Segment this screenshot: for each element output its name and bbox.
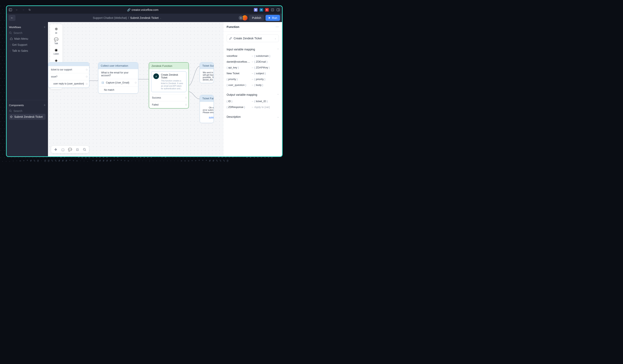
forward-icon[interactable]: → — [22, 8, 25, 12]
collaborators[interactable]: + — [239, 15, 247, 21]
sidebar-toggle-icon[interactable] — [9, 8, 12, 12]
node-step[interactable]: 【】 Capture {User_Email} — [98, 79, 138, 86]
extension-icon-2[interactable]: H — [260, 8, 263, 12]
input-mapping-header[interactable]: Input variable mapping ⌃ — [227, 46, 279, 53]
panel-title: Function — [227, 25, 239, 28]
tabs-icon[interactable] — [276, 8, 280, 12]
sidebar-item-submit-zendesk[interactable]: Submit Zendesk Ticket — [9, 114, 45, 120]
port-icon[interactable] — [86, 76, 88, 77]
search-icon[interactable] — [83, 148, 87, 151]
arrow-icon: → — [250, 72, 254, 75]
app-header: ← Support Chatbot (Webchat) / Submit Zen… — [7, 14, 282, 22]
node-step-success[interactable]: Success — [149, 94, 188, 101]
reload-icon[interactable]: ↻ — [28, 8, 31, 12]
chevron-down-icon[interactable]: ⌄ — [160, 17, 161, 19]
input-mapping-row[interactable]: daniel@voiceflow.com → { ZDEmail } — [227, 59, 279, 64]
browser-toolbar: ← → ↻ 🔗 creator.voiceflow.com ✺ H K — [7, 6, 282, 14]
email-link[interactable]: support@C — [209, 116, 214, 118]
share-icon[interactable] — [271, 8, 274, 12]
node-step[interactable]: What is the email for your account? — [98, 69, 138, 79]
sidebar-item-talk-sales[interactable]: › Talk to Sales — [9, 48, 45, 54]
comment-icon[interactable]: 💬 — [68, 148, 72, 151]
port-icon[interactable] — [185, 104, 187, 106]
url-text: creator.voiceflow.com — [132, 8, 158, 11]
chevron-up-icon: ⌃ — [277, 48, 279, 51]
image-icon[interactable]: ⊡ — [75, 148, 79, 151]
user-avatar[interactable] — [242, 15, 247, 21]
listen-icon: ◉ — [55, 48, 58, 52]
sidebar-item-get-support[interactable]: › Get Support — [9, 42, 45, 48]
add-workflow-icon[interactable]: + — [44, 25, 45, 29]
mapping-value: { ticket_ID } — [254, 100, 279, 103]
tool-listen[interactable]: ◉Listen — [51, 46, 62, 56]
component-search[interactable]: Search — [9, 108, 45, 114]
sidebar: Workflows + Search Main Menu › Get Suppo… — [7, 22, 48, 156]
canvas-node-prompt[interactable]: ticket to our support ssue? user reply t… — [48, 62, 89, 88]
more-icon[interactable]: ⋯ — [276, 25, 279, 29]
move-icon[interactable]: ✥ — [54, 148, 58, 151]
note-icon[interactable]: ▢ — [61, 148, 65, 151]
node-title: Ticket Succe — [200, 63, 214, 69]
breadcrumb-parent[interactable]: Support Chatbot (Webchat) — [93, 16, 127, 20]
tool-ai[interactable]: ❊AI — [51, 26, 62, 35]
add-component-icon[interactable]: + — [44, 103, 45, 107]
port-icon[interactable] — [185, 97, 187, 99]
run-button[interactable]: Run — [266, 15, 280, 21]
right-panel: Function ⋯ Create Zendesk Ticket ⌄ Input… — [223, 22, 282, 156]
add-collaborator-icon[interactable]: + — [239, 16, 243, 20]
function-card[interactable]: z Create Zendesk Ticket This function cr… — [151, 71, 186, 92]
svg-rect-0 — [9, 9, 12, 11]
port-icon[interactable] — [86, 69, 88, 70]
canvas-node-success-msg[interactable]: Ticket Succe We sent in will get bac pos… — [200, 62, 214, 83]
mapping-key: { ZDResponse } — [227, 106, 250, 108]
mapping-key: { user_question } — [227, 84, 250, 86]
sidebar-item-main-menu[interactable]: Main Menu — [9, 36, 45, 42]
input-mapping-row[interactable]: { user_question } → { body } — [227, 82, 279, 88]
chevron-down-icon: ⌄ — [275, 37, 276, 40]
canvas-node-collect-info[interactable]: Collect user information What is the ema… — [98, 62, 138, 93]
arrow-icon: → — [250, 78, 254, 81]
mapping-key: voiceflow — [227, 54, 250, 57]
output-mapping-row[interactable]: { ID } →{ ticket_ID } — [227, 98, 279, 104]
input-mapping-row[interactable]: { api_key } → { ZDAPIKey } — [227, 64, 279, 70]
output-mapping-header[interactable]: Output variable mapping ⌃ — [227, 91, 279, 98]
workflow-search[interactable]: Search — [9, 30, 45, 36]
chevron-up-icon: ⌃ — [277, 94, 279, 96]
extension-icon-3[interactable]: K — [265, 8, 269, 12]
back-button[interactable]: ← — [9, 15, 16, 21]
arrow-icon: → — [250, 84, 254, 86]
node-step[interactable]: user reply to {user_question} — [48, 80, 89, 87]
node-body: Oh no! It lo error submi Please ema supp… — [200, 102, 214, 123]
svg-point-10 — [83, 148, 85, 150]
publish-button[interactable]: Publish — [249, 15, 264, 21]
node-step-failed[interactable]: Failed — [149, 101, 188, 108]
canvas-node-zendesk[interactable]: Zendesk Function z Create Zendesk Ticket… — [149, 62, 189, 108]
back-icon[interactable]: ← — [15, 8, 19, 12]
browser-window: ← → ↻ 🔗 creator.voiceflow.com ✺ H K ← Su… — [6, 5, 283, 157]
input-mapping-row[interactable]: New Ticket → { subject } — [227, 70, 279, 76]
input-mapping-row[interactable]: voiceflow → { subdomain } — [227, 53, 279, 59]
output-mapping-row[interactable]: { ZDResponse } →Apply to {var} — [227, 104, 279, 110]
mapping-value: { ZDAPIKey } — [254, 66, 279, 69]
function-selector[interactable]: Create Zendesk Ticket ⌄ — [227, 35, 279, 42]
canvas-node-failure-msg[interactable]: Ticket Failur Oh no! It lo error submi P… — [200, 95, 214, 123]
mapping-placeholder: Apply to {var} — [254, 106, 279, 108]
arrow-icon: → — [250, 60, 254, 63]
svg-point-8 — [9, 110, 11, 112]
tool-talk[interactable]: 💬Talk — [51, 36, 62, 46]
node-step[interactable]: ticket to our support — [48, 66, 89, 73]
canvas[interactable]: ❊AI 💬Talk ◉Listen ◈Logic ⟨⟩Dev 📖Library … — [48, 22, 223, 156]
chevron-right-icon: › — [10, 50, 10, 52]
node-step[interactable]: No match — [98, 86, 138, 93]
mapping-key: { ID } — [227, 100, 250, 103]
extension-icon-1[interactable]: ✺ — [254, 8, 258, 12]
breadcrumb-current[interactable]: Submit Zendesk Ticket — [130, 16, 158, 20]
port-icon[interactable] — [86, 83, 88, 85]
breadcrumb-separator: / — [128, 16, 129, 20]
edit-icon — [229, 37, 232, 40]
port-icon[interactable] — [135, 82, 136, 84]
input-mapping-row[interactable]: { priority } → { priority } — [227, 76, 279, 82]
url-bar[interactable]: 🔗 creator.voiceflow.com — [34, 8, 251, 11]
node-step[interactable]: ssue? — [48, 73, 89, 80]
description-header[interactable]: Description ⌄ — [227, 113, 279, 120]
